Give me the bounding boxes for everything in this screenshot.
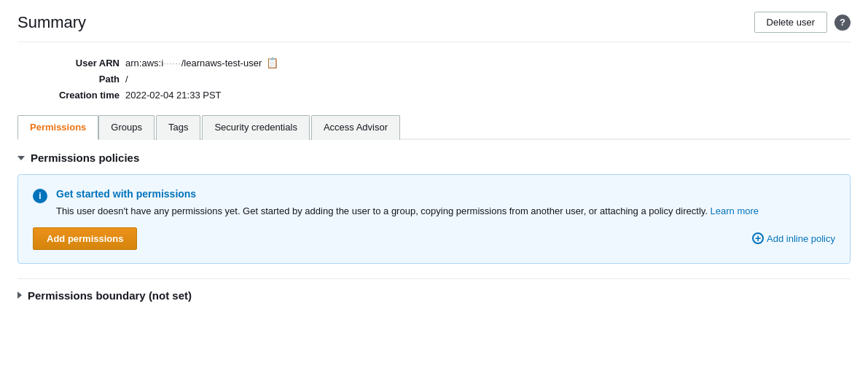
creation-time-value: 2022-02-04 21:33 PST xyxy=(125,89,851,101)
info-content: Get started with permissions This user d… xyxy=(56,188,759,219)
chevron-right-icon xyxy=(17,291,22,299)
info-icon: i xyxy=(33,189,47,203)
user-arn-text: arn:aws:i······/learnaws-test-user xyxy=(125,58,262,68)
info-title: Get started with permissions xyxy=(56,188,759,200)
user-arn-value: arn:aws:i······/learnaws-test-user 📋 xyxy=(125,57,851,68)
add-inline-policy-label: Add inline policy xyxy=(767,233,835,244)
header-actions: Delete user ? xyxy=(754,12,851,33)
plus-circle-icon: + xyxy=(752,232,764,244)
info-description: This user doesn't have any permissions y… xyxy=(56,204,759,219)
help-icon[interactable]: ? xyxy=(834,15,851,31)
permissions-info-box: i Get started with permissions This user… xyxy=(17,174,851,264)
delete-user-button[interactable]: Delete user xyxy=(754,12,827,33)
info-box-top: i Get started with permissions This user… xyxy=(33,188,835,219)
user-arn-label: User ARN xyxy=(17,57,120,68)
page-header: Summary Delete user ? xyxy=(17,0,851,42)
tabs-bar: Permissions Groups Tags Security credent… xyxy=(17,115,851,140)
permissions-policies-header[interactable]: Permissions policies xyxy=(17,152,851,164)
add-permissions-button[interactable]: Add permissions xyxy=(33,227,137,250)
tab-security-credentials[interactable]: Security credentials xyxy=(202,115,309,140)
path-label: Path xyxy=(17,73,120,85)
page-title: Summary xyxy=(17,13,86,32)
permissions-boundary-title: Permissions boundary (not set) xyxy=(28,289,192,302)
tab-permissions[interactable]: Permissions xyxy=(17,115,98,140)
add-inline-policy-link[interactable]: + Add inline policy xyxy=(752,232,835,244)
info-actions: Add permissions + Add inline policy xyxy=(33,227,835,250)
permissions-boundary-header[interactable]: Permissions boundary (not set) xyxy=(17,289,851,302)
learn-more-link[interactable]: Learn more xyxy=(711,205,759,216)
tab-tags[interactable]: Tags xyxy=(156,115,200,140)
content-area: Permissions policies i Get started with … xyxy=(17,140,851,313)
permissions-boundary-section: Permissions boundary (not set) xyxy=(17,278,851,302)
tab-access-advisor[interactable]: Access Advisor xyxy=(311,115,400,140)
summary-table: User ARN arn:aws:i······/learnaws-test-u… xyxy=(17,57,851,101)
tab-groups[interactable]: Groups xyxy=(98,115,155,140)
permissions-policies-title: Permissions policies xyxy=(31,152,139,164)
chevron-down-icon xyxy=(17,156,25,160)
copy-arn-icon[interactable]: 📋 xyxy=(266,57,278,68)
creation-time-label: Creation time xyxy=(17,89,120,101)
path-value: / xyxy=(125,73,851,85)
